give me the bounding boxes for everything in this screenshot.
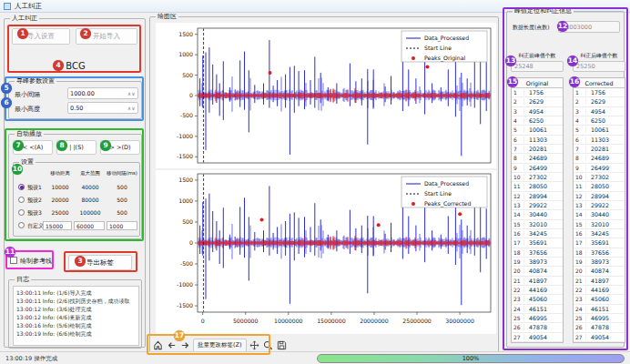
- table-row[interactable]: 34954: [574, 107, 625, 116]
- table-row[interactable]: 1634245: [574, 229, 625, 238]
- table-row[interactable]: 46250: [512, 116, 563, 126]
- min-interval-value[interactable]: 1000.00: [70, 90, 127, 97]
- table-row[interactable]: 2244169: [512, 286, 563, 295]
- draw-reference-checkbox[interactable]: [10, 257, 17, 264]
- table-row[interactable]: 2647878: [512, 323, 563, 332]
- table-row[interactable]: 1837656: [574, 248, 625, 258]
- table-row[interactable]: 510061: [512, 126, 563, 135]
- table-row[interactable]: 1329922: [574, 201, 625, 210]
- table-row[interactable]: 1329922: [512, 201, 563, 210]
- preset-1-radio[interactable]: [18, 184, 25, 190]
- table-row[interactable]: 22629: [512, 97, 563, 106]
- preset-3-radio[interactable]: [18, 209, 25, 216]
- chart-original[interactable]: 150010005000-500-1000-1500Data_Processed…: [156, 23, 496, 168]
- export-labels-button[interactable]: 导出标签: [68, 255, 132, 270]
- table-row[interactable]: 1735691: [574, 238, 625, 248]
- table-row[interactable]: 2345060: [512, 295, 563, 304]
- table-row[interactable]: 34954: [512, 107, 563, 116]
- table-row[interactable]: 824689: [512, 154, 563, 163]
- back-icon[interactable]: [166, 339, 178, 351]
- table-row[interactable]: 1634245: [512, 229, 563, 238]
- corrected-peaks-table[interactable]: Corrected 117562262934954462505100616113…: [573, 77, 625, 343]
- preset-2-label: 预设2: [27, 197, 42, 205]
- after-count-field[interactable]: 25250: [573, 61, 625, 72]
- before-count-field[interactable]: 25248: [511, 61, 564, 72]
- table-row[interactable]: 1228994: [512, 192, 563, 201]
- row-index: 14: [574, 211, 586, 217]
- save-icon[interactable]: [276, 339, 288, 351]
- data-length-field[interactable]: 33003000: [558, 21, 620, 33]
- step-forward-button[interactable]: > >(D): [100, 140, 140, 155]
- svg-text:Peaks_Original: Peaks_Original: [424, 55, 466, 62]
- table-row[interactable]: 926499: [574, 164, 625, 173]
- zoom-icon[interactable]: [262, 339, 274, 351]
- row-index: 13: [574, 202, 586, 208]
- table-row[interactable]: 1532010: [512, 220, 563, 229]
- table-row[interactable]: 1228994: [574, 192, 625, 201]
- min-height-spinner[interactable]: 0.50 ∧∨: [67, 102, 138, 114]
- spinner-arrows-icon[interactable]: ∧∨: [127, 91, 136, 96]
- table-row[interactable]: 926499: [512, 164, 563, 173]
- custom-range-input[interactable]: [74, 221, 105, 230]
- data-length-label: 数据长度(点数): [513, 24, 550, 32]
- table-row[interactable]: 11756: [574, 88, 625, 97]
- chart-corrected[interactable]: 150010005000-500-1000-150005000000100000…: [156, 170, 496, 334]
- table-row[interactable]: 1430440: [512, 210, 563, 219]
- row-index: 26: [574, 324, 586, 330]
- start-import-button[interactable]: 开始导入: [76, 28, 137, 45]
- row-index: 7: [574, 146, 586, 152]
- table-row[interactable]: 720281: [512, 145, 563, 154]
- custom-interval-input[interactable]: [107, 221, 137, 230]
- min-interval-spinner[interactable]: 1000.00 ∧∨: [67, 87, 138, 99]
- table-row[interactable]: 1938973: [574, 258, 625, 267]
- table-row[interactable]: 1735691: [512, 238, 563, 248]
- pause-button[interactable]: | |(S): [56, 140, 97, 155]
- table-row[interactable]: 2546995: [512, 314, 563, 323]
- table-row[interactable]: 22629: [574, 97, 625, 106]
- table-row[interactable]: 1027302: [574, 173, 625, 182]
- spinner-arrows-icon[interactable]: ∧∨: [127, 106, 136, 111]
- table-row[interactable]: 2446151: [574, 305, 625, 314]
- table-row[interactable]: 2040874: [512, 267, 563, 276]
- table-row[interactable]: 2345060: [574, 295, 625, 304]
- table-row[interactable]: 1938973: [512, 258, 563, 267]
- row-index: 19: [512, 258, 524, 265]
- custom-distance-input[interactable]: [43, 221, 72, 230]
- min-height-value[interactable]: 0.50: [70, 105, 127, 112]
- row-index: 6: [512, 136, 524, 143]
- table-row[interactable]: 46250: [574, 116, 625, 126]
- table-row[interactable]: 1532010: [574, 220, 625, 229]
- table-row[interactable]: 1837656: [512, 248, 563, 258]
- table-row[interactable]: 1430440: [574, 210, 625, 219]
- table-row[interactable]: 2446151: [512, 305, 563, 314]
- table-row[interactable]: 1128050: [574, 182, 625, 191]
- original-peaks-table[interactable]: Original 1175622629349544625051006161130…: [511, 77, 564, 343]
- table-row[interactable]: 2141897: [574, 277, 625, 286]
- table-row[interactable]: 824689: [574, 154, 625, 163]
- step-back-button[interactable]: < <(A): [13, 140, 53, 155]
- table-row[interactable]: 2141897: [512, 277, 563, 286]
- table-row[interactable]: 611303: [512, 136, 563, 145]
- table-row[interactable]: 720281: [574, 145, 625, 154]
- table-row[interactable]: 2749054: [574, 333, 625, 342]
- table-row[interactable]: 2040874: [574, 267, 625, 276]
- batch-edit-labels-button[interactable]: 批量更改标签(Z): [193, 339, 247, 352]
- table-row[interactable]: 2546995: [574, 314, 625, 323]
- table-row[interactable]: 2749054: [512, 333, 563, 342]
- preset-2-radio[interactable]: [18, 197, 25, 203]
- home-icon[interactable]: [152, 339, 164, 351]
- table-row[interactable]: 1027302: [512, 173, 563, 182]
- log-textbox[interactable]: 13:00:11 Info: (1/6)导入完成 13:00:11 Info: …: [13, 286, 139, 346]
- forward-icon[interactable]: [179, 339, 191, 351]
- custom-radio[interactable]: [18, 222, 25, 228]
- table-row[interactable]: 11756: [512, 88, 563, 97]
- table-row[interactable]: 2647878: [574, 323, 625, 332]
- pan-icon[interactable]: [249, 339, 260, 351]
- table-row[interactable]: 2244169: [574, 286, 625, 295]
- table-row[interactable]: 1128050: [512, 182, 563, 191]
- table-row[interactable]: 611303: [574, 136, 625, 145]
- table-row[interactable]: 510061: [574, 126, 625, 135]
- import-settings-button[interactable]: 导入设置: [12, 28, 70, 45]
- log-line: 13:00:11 Info: (1/6)导入完成: [16, 288, 136, 297]
- preset-3-range: 100000: [74, 209, 107, 216]
